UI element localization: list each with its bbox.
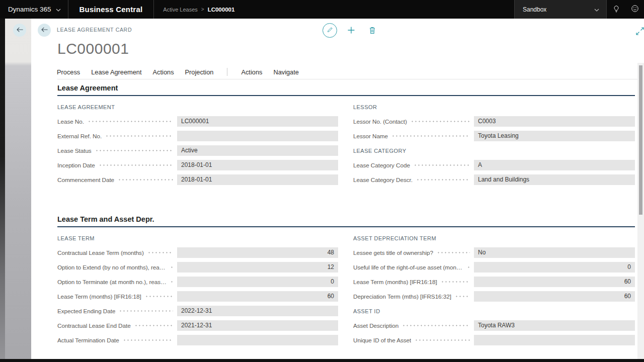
field-value-box[interactable]: 60 [474,277,635,287]
breadcrumb-current: LC000001 [208,7,235,13]
field-row-lessor-name: Lessor Name Toyota Leasing [353,131,635,141]
field-row-expected-ending-date: Expected Ending Date 2022-12-31 [57,306,338,316]
field-row-lessee-title-ownership: Lessee gets title of ownership? No [353,247,635,258]
dotted-leader [170,277,173,287]
new-button[interactable] [347,26,355,36]
field-value-box[interactable]: Active [177,145,338,156]
field-value-box[interactable]: 60 [177,291,338,302]
field-row-external-ref-no: External Ref. No. [57,131,338,141]
dotted-leader [411,116,470,127]
field-row-inception-date: Inception Date 2018-01-01 [57,160,338,170]
section-column-left: LEASE TERM Contractual Lease Term (month… [57,233,338,349]
dotted-leader [123,335,173,345]
menu-item-actions[interactable]: Actions [153,68,174,76]
field-value-box[interactable] [177,131,338,141]
page-title: LC000001 [57,40,129,57]
field-value-box[interactable]: 2018-01-01 [177,174,338,185]
lightbulb-icon [612,5,620,15]
section-title: Lease Agreement [57,84,635,96]
field-value-box[interactable]: 2021-12-31 [177,320,338,331]
vertical-scrollbar[interactable] [637,63,644,359]
section-lease-term-asset-depr: Lease Term and Asset Depr. LEASE TERM Co… [57,215,635,349]
field-label: Lease Term (months) [IFR16:18] [353,279,437,286]
field-value-box[interactable]: A [474,160,635,170]
group-caption: LEASE CATEGORY [353,145,635,156]
field-label: Lessee gets title of ownership? [353,249,433,256]
field-label: Lessor No. (Contact) [353,118,407,125]
arrow-left-icon [16,26,24,35]
product-title[interactable]: Business Central [68,0,154,19]
breadcrumb-active-leases[interactable]: Active Leases [163,7,197,13]
collapse-page-button[interactable] [635,27,644,38]
delete-button[interactable] [369,26,376,36]
menu-item-lease-agreement[interactable]: Lease Agreement [91,68,141,76]
dotted-leader [467,262,470,273]
dotted-leader [455,291,470,302]
field-label: External Ref. No. [57,133,102,140]
ideas-button[interactable] [607,0,625,19]
field-value-box[interactable]: 12 [177,262,338,273]
field-value-box[interactable]: 60 [474,291,635,302]
topbar-right-group: Sandbox [514,0,644,19]
field-row-lease-term-months: Lease Term (months) [IFR16:18] 60 [57,291,338,302]
field-value-box[interactable]: C0003 [474,116,635,127]
field-label: Inception Date [57,162,95,169]
field-value-box[interactable]: 0 [474,262,635,273]
product-title-label: Business Central [79,5,143,14]
field-row-asset-description: Asset Description Toyota RAW3 [353,320,635,331]
dotted-leader [99,160,173,170]
menu-item-actions-2[interactable]: Actions [241,68,262,76]
field-label: Lease Category Descr. [353,176,413,184]
field-value-box[interactable]: Land and Buildings [474,174,635,185]
field-value-box[interactable]: 0 [177,277,338,287]
field-value-box[interactable]: Toyota RAW3 [474,320,635,331]
dotted-leader [95,145,173,156]
chevron-down-icon [594,6,599,13]
group-caption: LEASE TERM [57,233,338,243]
dynamics-365-menu[interactable]: Dynamics 365 [0,0,68,19]
menu-item-navigate[interactable]: Navigate [273,68,299,76]
field-label: Lease Category Code [353,162,410,169]
card-type-label: LEASE AGREEMENT CARD [57,27,132,33]
menu-divider [227,68,227,76]
field-value-box[interactable] [177,335,338,345]
menu-item-projection[interactable]: Projection [185,68,214,76]
collapse-diagonal-icon [635,29,644,37]
field-value-box[interactable]: LC000001 [177,116,338,127]
back-button[interactable] [38,24,51,37]
field-row-useful-life: Useful life of the right-of-use asset (m… [353,262,635,273]
edit-button[interactable] [323,23,337,38]
breadcrumb-separator: > [201,7,204,12]
back-button-outer[interactable] [13,24,26,37]
dotted-leader [147,247,173,258]
field-row-depreciation-term: Depreciation Term (mths) [IFRS16:32] 60 [353,291,635,302]
group-caption: LESSOR [353,102,635,112]
dotted-leader [441,277,470,287]
field-value-box[interactable]: Toyota Leasing [474,131,635,141]
dotted-leader [391,131,470,141]
environment-dropdown[interactable]: Sandbox [514,0,607,19]
section-title: Lease Term and Asset Depr. [57,215,635,227]
dotted-leader [402,320,470,331]
field-value-box[interactable]: 48 [177,247,338,258]
field-row-option-to-terminate: Option to Terminate (at month no.), reas… [57,277,338,287]
dotted-leader [88,116,173,127]
field-row-contractual-lease-term: Contractual Lease Term (months) 48 [57,247,338,258]
field-value-box[interactable]: No [474,247,635,258]
field-value-box[interactable]: 2022-12-31 [177,306,338,316]
field-value-box[interactable] [474,335,635,345]
field-row-lessor-no: Lessor No. (Contact) C0003 [353,116,635,127]
background-page-strip [5,19,31,362]
menu-item-process[interactable]: Process [57,68,80,76]
plus-icon [347,27,355,36]
smiley-icon [631,5,639,15]
field-label: Depreciation Term (mths) [IFRS16:32] [353,293,451,300]
field-value-box[interactable]: 2018-01-01 [177,160,338,170]
feedback-button[interactable] [625,0,644,19]
field-label: Unique ID of the Asset [353,337,411,344]
dotted-leader [134,320,173,331]
field-row-lease-term-months-right: Lease Term (months) [IFR16:18] 60 [353,277,635,287]
scrollbar-thumb[interactable] [639,65,642,215]
top-navigation-bar: Dynamics 365 Business Central Active Lea… [0,0,644,19]
dotted-leader [414,160,470,170]
